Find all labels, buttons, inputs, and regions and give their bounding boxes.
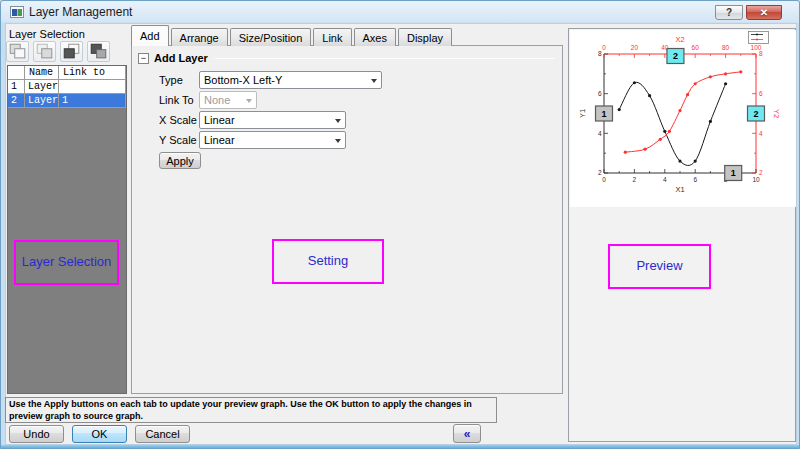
- layer-selection-heading: Layer Selection: [9, 28, 85, 40]
- svg-text:Y1: Y1: [578, 109, 587, 118]
- svg-text:2: 2: [759, 169, 763, 176]
- group-title: Add Layer: [154, 52, 208, 64]
- x-scale-label: X Scale: [159, 114, 197, 126]
- y-scale-value: Linear: [200, 134, 331, 146]
- chevron-down-icon: [242, 95, 256, 106]
- layer-management-dialog: Layer Management ? ✕ Layer Selection Nam: [0, 0, 800, 449]
- svg-text:6: 6: [598, 90, 602, 97]
- link-to-label: Link To: [159, 94, 194, 106]
- layer-tool-button-3[interactable]: [60, 41, 83, 62]
- svg-text:1: 1: [731, 168, 736, 178]
- tab-size-position[interactable]: Size/Position: [230, 28, 312, 46]
- y-scale-dropdown[interactable]: Linear: [199, 131, 346, 149]
- link-to-cell: [59, 80, 126, 94]
- chevron-down-icon: [367, 75, 381, 86]
- footer-help-text: Use the Apply buttons on each tab to upd…: [5, 397, 497, 423]
- type-dropdown[interactable]: Bottom-X Left-Y: [199, 71, 382, 89]
- corner-cell: [8, 66, 25, 80]
- group-divider: [215, 58, 555, 59]
- layer-selection-annotation: Layer Selection: [14, 240, 119, 285]
- svg-text:X2: X2: [675, 35, 684, 44]
- close-button[interactable]: ✕: [746, 5, 782, 20]
- collapse-preview-button[interactable]: «: [453, 424, 481, 443]
- overlapping-layers-icon-4: [88, 41, 109, 62]
- layer-tool-button-4[interactable]: [87, 41, 110, 62]
- svg-text:4: 4: [598, 130, 602, 137]
- svg-text:0: 0: [602, 176, 606, 183]
- y-scale-label: Y Scale: [159, 134, 197, 146]
- group-collapse-toggle[interactable]: −: [138, 53, 149, 64]
- app-icon: [10, 6, 24, 18]
- tab-axes[interactable]: Axes: [354, 28, 396, 46]
- svg-text:8: 8: [759, 50, 763, 57]
- svg-text:6: 6: [759, 90, 763, 97]
- layer-name-cell: Layer2: [25, 94, 59, 108]
- svg-text:2: 2: [673, 51, 678, 61]
- layer-table: Name Link to 1 Layer1 2 Layer2 1: [7, 65, 127, 394]
- layer-name-cell: Layer1: [25, 80, 59, 94]
- layer-tool-button-1[interactable]: [6, 41, 29, 62]
- link-to-value: None: [200, 94, 242, 106]
- window-title: Layer Management: [29, 5, 132, 19]
- tab-arrange[interactable]: Arrange: [171, 28, 228, 46]
- tab-add[interactable]: Add: [131, 25, 169, 46]
- link-to-cell: 1: [59, 94, 126, 108]
- overlapping-layers-icon-3: [61, 41, 82, 62]
- svg-text:1: 1: [601, 109, 606, 119]
- svg-text:2: 2: [598, 169, 602, 176]
- preview-panel: 024681002040608010024682468X1X2Y1Y22121: [568, 28, 796, 442]
- svg-text:Y2: Y2: [772, 109, 781, 118]
- column-header-link: Link to: [59, 66, 126, 80]
- svg-text:60: 60: [692, 44, 700, 51]
- tab-link[interactable]: Link: [313, 28, 351, 46]
- x-scale-dropdown[interactable]: Linear: [199, 111, 346, 129]
- svg-text:4: 4: [759, 130, 763, 137]
- row-number: 2: [8, 94, 25, 108]
- svg-text:2: 2: [633, 176, 637, 183]
- overlapping-layers-icon-2: [34, 41, 55, 62]
- title-bar[interactable]: Layer Management ? ✕: [1, 1, 799, 23]
- table-row[interactable]: 1 Layer1: [8, 80, 126, 94]
- overlapping-layers-icon-1: [7, 41, 28, 62]
- settings-panel: [131, 45, 563, 394]
- cancel-button[interactable]: Cancel: [135, 425, 190, 443]
- row-number: 1: [8, 80, 25, 94]
- column-header-name: Name: [25, 66, 59, 80]
- preview-annotation: Preview: [608, 244, 711, 289]
- svg-text:6: 6: [693, 176, 697, 183]
- ok-button[interactable]: OK: [72, 425, 127, 443]
- svg-text:0: 0: [602, 44, 606, 51]
- apply-button[interactable]: Apply: [159, 152, 201, 169]
- svg-text:2: 2: [753, 109, 758, 119]
- type-value: Bottom-X Left-Y: [200, 74, 367, 86]
- type-label: Type: [159, 74, 183, 86]
- x-scale-value: Linear: [200, 114, 331, 126]
- setting-annotation: Setting: [272, 239, 384, 284]
- svg-text:8: 8: [598, 50, 602, 57]
- chevron-down-icon: [331, 115, 345, 126]
- tab-strip: Add Arrange Size/Position Link Axes Disp…: [131, 25, 454, 46]
- window-frame-bottom: [1, 445, 799, 448]
- svg-text:20: 20: [631, 44, 639, 51]
- layer-table-header: Name Link to: [8, 66, 126, 80]
- preview-chart: 024681002040608010024682468X1X2Y1Y22121: [570, 30, 796, 207]
- table-row-selected[interactable]: 2 Layer2 1: [8, 94, 126, 108]
- svg-text:4: 4: [663, 176, 667, 183]
- svg-text:X1: X1: [675, 185, 684, 194]
- chevron-down-icon: [331, 135, 345, 146]
- help-button[interactable]: ?: [715, 5, 743, 20]
- layer-tool-button-2[interactable]: [33, 41, 56, 62]
- link-to-dropdown: None: [199, 91, 257, 109]
- undo-button[interactable]: Undo: [9, 425, 64, 443]
- tab-display[interactable]: Display: [398, 28, 452, 46]
- svg-text:80: 80: [722, 44, 730, 51]
- svg-text:10: 10: [752, 176, 760, 183]
